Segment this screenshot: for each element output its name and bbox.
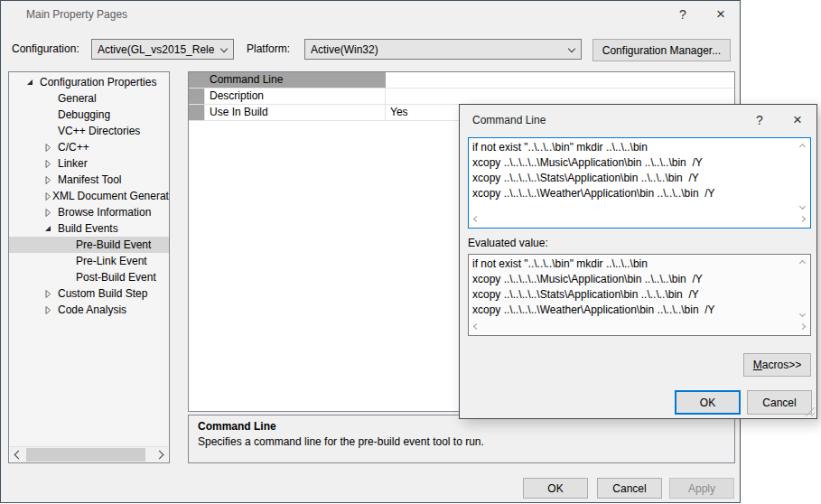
configuration-value: Active(GL_vs2015_Release: [98, 43, 215, 56]
tree-item-xml-document-generator[interactable]: XML Document Generator: [9, 188, 169, 204]
tree-item-pre-link-event[interactable]: Pre-Link Event: [9, 253, 169, 269]
tree-indent: [43, 109, 58, 120]
tree-item-pre-build-event[interactable]: Pre-Build Event: [9, 237, 169, 253]
configuration-combobox[interactable]: Active(GL_vs2015_Release: [91, 39, 234, 60]
configuration-tree: Configuration Properties General Debuggi…: [8, 71, 170, 463]
help-button[interactable]: ?: [741, 107, 779, 134]
tree-item-manifest-tool[interactable]: Manifest Tool: [9, 172, 169, 188]
evaluated-value-textbox: if not exist "..\..\..\bin" mkdir ..\..\…: [468, 254, 811, 336]
grid-value-description[interactable]: [386, 89, 734, 104]
tree-item-linker[interactable]: Linker: [9, 155, 169, 172]
close-button[interactable]: ×: [702, 1, 740, 28]
configuration-label: Configuration:: [12, 39, 79, 60]
evaluated-value-text: if not exist "..\..\..\bin" mkdir ..\..\…: [472, 257, 796, 321]
macros-button[interactable]: Macros>>: [743, 353, 811, 377]
tree-item-custom-build-step[interactable]: Custom Build Step: [9, 285, 169, 302]
scroll-right-icon[interactable]: [799, 323, 806, 330]
scrollbar-thumb[interactable]: [26, 448, 145, 462]
main-titlebar: Main Property Pages ? ×: [1, 1, 740, 28]
platform-combobox[interactable]: Active(Win32): [304, 39, 582, 60]
evaluated-value-label: Evaluated value:: [468, 237, 548, 249]
grid-row-description[interactable]: Description: [189, 89, 734, 105]
chevron-down-icon: [568, 45, 575, 52]
scroll-left-icon[interactable]: [14, 451, 23, 460]
row-margin: [189, 105, 205, 120]
window-title: Main Property Pages: [1, 8, 664, 21]
dialog-title: Command Line: [460, 114, 741, 126]
property-description-title: Command Line: [198, 420, 725, 433]
tree-collapsed-icon[interactable]: [43, 288, 58, 299]
command-line-text[interactable]: if not exist "..\..\..\bin" mkdir ..\..\…: [472, 140, 796, 213]
command-line-textbox[interactable]: if not exist "..\..\..\bin" mkdir ..\..\…: [468, 137, 811, 229]
property-description-text: Specifies a command line for the pre-bui…: [198, 435, 725, 448]
configuration-manager-button[interactable]: Configuration Manager...: [592, 39, 731, 61]
row-margin: [189, 89, 205, 104]
ok-button[interactable]: OK: [523, 478, 588, 499]
tree-item-vcpp-directories[interactable]: VC++ Directories: [9, 123, 169, 139]
tree-item-post-build-event[interactable]: Post-Build Event: [9, 269, 169, 285]
platform-label: Platform:: [247, 39, 290, 60]
tree-item-c-cpp[interactable]: C/C++: [9, 139, 169, 155]
tree-item-code-analysis[interactable]: Code Analysis: [9, 302, 169, 318]
tree-item-browse-information[interactable]: Browse Information: [9, 204, 169, 220]
cancel-button[interactable]: Cancel: [597, 478, 662, 499]
tree-expanded-icon[interactable]: [43, 223, 58, 234]
tree-collapsed-icon[interactable]: [43, 174, 58, 185]
scroll-right-icon[interactable]: [799, 216, 806, 222]
grid-row-command-line[interactable]: Command Line: [189, 72, 734, 89]
apply-button: Apply: [669, 478, 734, 499]
property-description-panel: Command Line Specifies a command line fo…: [188, 415, 735, 463]
scroll-up-icon[interactable]: [799, 144, 806, 150]
tree-item-debugging[interactable]: Debugging: [9, 107, 169, 123]
tree-indent: [43, 126, 58, 136]
tree-item-build-events[interactable]: Build Events: [9, 220, 169, 237]
tree-item-configuration-properties[interactable]: Configuration Properties: [9, 74, 169, 90]
scroll-down-icon[interactable]: [799, 203, 806, 210]
tree-collapsed-icon[interactable]: [43, 142, 58, 153]
tree-collapsed-icon[interactable]: [43, 304, 58, 315]
scroll-left-icon[interactable]: [473, 216, 480, 222]
platform-value: Active(Win32): [311, 43, 378, 56]
dialog-cancel-button[interactable]: Cancel: [747, 390, 812, 415]
close-button[interactable]: ×: [779, 107, 816, 134]
grid-value-command-line[interactable]: [386, 72, 734, 88]
tree-item-general[interactable]: General: [9, 90, 169, 107]
tree-horizontal-scrollbar[interactable]: [10, 446, 168, 462]
scroll-right-icon[interactable]: [155, 451, 164, 460]
tree-collapsed-icon[interactable]: [43, 158, 58, 169]
dialog-ok-button[interactable]: OK: [675, 390, 741, 415]
scroll-left-icon[interactable]: [473, 323, 480, 330]
command-line-dialog: Command Line ? × if not exist "..\..\..\…: [459, 104, 817, 419]
tree-collapsed-icon[interactable]: [43, 191, 52, 201]
dialog-titlebar: Command Line ? ×: [460, 105, 816, 135]
chevron-down-icon: [220, 45, 228, 52]
tree-collapsed-icon[interactable]: [43, 207, 58, 218]
scroll-up-icon[interactable]: [799, 260, 806, 266]
help-button[interactable]: ?: [664, 1, 702, 28]
tree-indent: [43, 93, 58, 104]
tree-expanded-icon[interactable]: [25, 77, 40, 88]
row-margin: [189, 72, 205, 88]
scroll-down-icon[interactable]: [799, 311, 806, 317]
